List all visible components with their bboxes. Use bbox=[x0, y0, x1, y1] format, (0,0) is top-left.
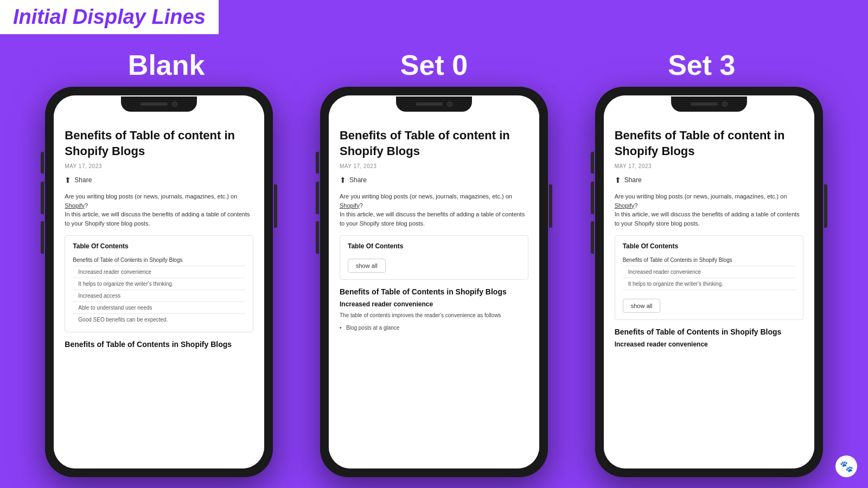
btn-left3-set0 bbox=[316, 221, 319, 254]
speaker-set0 bbox=[416, 102, 443, 106]
section-sub-set3: Increased reader convenience bbox=[615, 341, 803, 348]
toc-box-set3: Table Of Contents Benefits of Table of C… bbox=[615, 235, 803, 320]
show-all-button-set0[interactable]: show all bbox=[348, 259, 386, 273]
phone-frame-set3: Benefits of Table of content in Shopify … bbox=[595, 87, 823, 477]
screen-content-set0: Benefits of Table of content in Shopify … bbox=[329, 95, 539, 468]
toc-item-blank-4: Able to understand user needs bbox=[73, 302, 245, 314]
body1end-set3: ? bbox=[634, 202, 637, 209]
body1end-blank: ? bbox=[85, 202, 88, 209]
body1-set0: Are you writing blog posts (or news, jou… bbox=[340, 193, 512, 200]
btn-right-set3 bbox=[824, 184, 827, 228]
blog-title-blank: Benefits of Table of content in Shopify … bbox=[65, 128, 253, 159]
blog-title-set3: Benefits of Table of content in Shopify … bbox=[615, 128, 803, 159]
body-link-set3[interactable]: Shopify bbox=[615, 202, 635, 209]
blog-body-set3: Are you writing blog posts (or news, jou… bbox=[615, 192, 803, 228]
blog-date-set3: MAY 17, 2023 bbox=[615, 163, 803, 169]
phone-frame-set0: Benefits of Table of content in Shopify … bbox=[320, 87, 548, 477]
phone-blank: Benefits of Table of content in Shopify … bbox=[34, 87, 284, 477]
show-all-button-set3[interactable]: show all bbox=[623, 299, 661, 313]
section-heading-set0: Benefits of Table of Contents in Shopify… bbox=[340, 287, 528, 296]
bullet-set0: Blog posts at a glance bbox=[340, 324, 528, 332]
screen-content-set3: Benefits of Table of content in Shopify … bbox=[604, 95, 814, 468]
camera-set3 bbox=[722, 101, 727, 107]
toc-title-set0: Table Of Contents bbox=[348, 242, 520, 250]
toc-item-blank-1: Increased reader convenience bbox=[73, 266, 245, 278]
phone-set0: Benefits of Table of content in Shopify … bbox=[309, 87, 559, 477]
phone-set3: Benefits of Table of content in Shopify … bbox=[584, 87, 834, 477]
phone-notch-set0 bbox=[396, 97, 472, 112]
toc-item-blank-0: Benefits of Table of Contents in Shopify… bbox=[73, 254, 245, 266]
phone-notch-blank bbox=[121, 97, 197, 112]
share-label-set0: Share bbox=[349, 176, 367, 184]
toc-title-set3: Table Of Contents bbox=[623, 242, 795, 250]
cursor-icon: 🐾 bbox=[835, 455, 857, 477]
speaker-blank bbox=[141, 102, 168, 106]
share-label-set3: Share bbox=[624, 176, 642, 184]
section-sub-set0: Increased reader convenience bbox=[340, 300, 528, 308]
btn-left2-set0 bbox=[316, 182, 319, 214]
blog-body-blank: Are you writing blog posts (or news, jou… bbox=[65, 192, 253, 228]
section-text-set0: The table of contents improves the reade… bbox=[340, 311, 528, 319]
section-labels: Blank Set 0 Set 3 bbox=[0, 49, 868, 81]
toc-item-blank-3: Increased access bbox=[73, 290, 245, 302]
camera-blank bbox=[172, 101, 177, 107]
toc-box-set0: Table Of Contents show all bbox=[340, 235, 528, 280]
blog-body-set0: Are you writing blog posts (or news, jou… bbox=[340, 192, 528, 228]
btn-left3-set3 bbox=[591, 221, 594, 254]
body2-blank: In this article, we will discuss the ben… bbox=[65, 211, 250, 227]
section-heading-blank: Benefits of Table of Contents in Shopify… bbox=[65, 340, 253, 349]
blog-date-set0: MAY 17, 2023 bbox=[340, 163, 528, 169]
phone-screen-set3: Benefits of Table of content in Shopify … bbox=[604, 95, 814, 468]
body2-set0: In this article, we will discuss the ben… bbox=[340, 211, 525, 227]
phone-frame-blank: Benefits of Table of content in Shopify … bbox=[45, 87, 273, 477]
blog-date-blank: MAY 17, 2023 bbox=[65, 163, 253, 169]
body-link-blank[interactable]: Shopify bbox=[65, 202, 85, 209]
phone-screen-set0: Benefits of Table of content in Shopify … bbox=[329, 95, 539, 468]
btn-left-set3 bbox=[591, 152, 594, 174]
btn-left2-set3 bbox=[591, 182, 594, 214]
phones-container: Benefits of Table of content in Shopify … bbox=[0, 87, 868, 488]
section-heading-set3: Benefits of Table of Contents in Shopify… bbox=[615, 328, 803, 336]
phone-notch-set3 bbox=[671, 97, 747, 112]
title-badge: Initial Display Lines bbox=[0, 0, 219, 34]
body1-blank: Are you writing blog posts (or news, jou… bbox=[65, 193, 237, 200]
btn-left2-blank bbox=[41, 182, 44, 214]
blog-title-set0: Benefits of Table of content in Shopify … bbox=[340, 128, 528, 159]
body1end-set0: ? bbox=[360, 202, 363, 209]
share-icon-blank: ⬆ bbox=[65, 176, 71, 184]
share-set3[interactable]: ⬆ Share bbox=[615, 176, 803, 184]
share-blank[interactable]: ⬆ Share bbox=[65, 176, 253, 184]
body-link-set0[interactable]: Shopify bbox=[340, 202, 360, 209]
toc-item-set3-0: Benefits of Table of Contents in Shopify… bbox=[623, 254, 795, 266]
label-blank: Blank bbox=[33, 49, 300, 81]
toc-item-blank-5: Good SEO benefits can be expected. bbox=[73, 314, 245, 325]
speaker-set3 bbox=[691, 102, 718, 106]
body1-set3: Are you writing blog posts (or news, jou… bbox=[615, 193, 787, 200]
toc-title-blank: Table Of Contents bbox=[73, 242, 245, 250]
label-set3: Set 3 bbox=[568, 49, 835, 81]
label-set0: Set 0 bbox=[300, 49, 567, 81]
share-icon-set3: ⬆ bbox=[615, 176, 621, 184]
toc-item-set3-1: Increased reader convenience bbox=[623, 266, 795, 278]
btn-right-set0 bbox=[549, 184, 552, 228]
btn-left-blank bbox=[41, 152, 44, 174]
page-title: Initial Display Lines bbox=[13, 5, 206, 29]
btn-right-blank bbox=[274, 184, 277, 228]
toc-item-blank-2: It helps to organize the writer's thinki… bbox=[73, 278, 245, 290]
share-icon-set0: ⬆ bbox=[340, 176, 346, 184]
share-label-blank: Share bbox=[74, 176, 92, 184]
btn-left-set0 bbox=[316, 152, 319, 174]
toc-item-set3-2: It helps to organize the writer's thinki… bbox=[623, 278, 795, 290]
btn-left3-blank bbox=[41, 221, 44, 254]
phone-screen-blank: Benefits of Table of content in Shopify … bbox=[54, 95, 264, 468]
toc-box-blank: Table Of Contents Benefits of Table of C… bbox=[65, 235, 253, 332]
camera-set0 bbox=[447, 101, 452, 107]
body2-set3: In this article, we will discuss the ben… bbox=[615, 211, 800, 227]
screen-content-blank: Benefits of Table of content in Shopify … bbox=[54, 95, 264, 468]
share-set0[interactable]: ⬆ Share bbox=[340, 176, 528, 184]
